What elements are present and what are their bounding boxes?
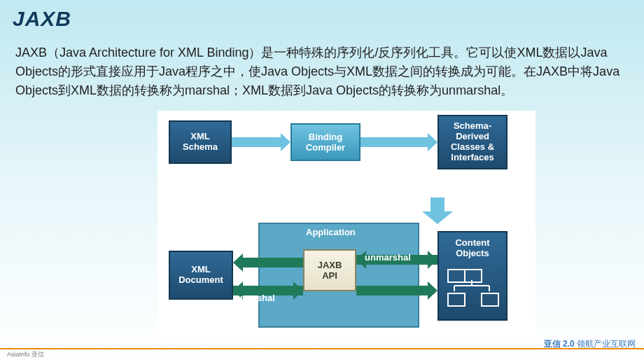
label-marshal-left: marshal xyxy=(240,293,275,303)
arrow-marshal-right xyxy=(356,281,438,300)
footer-logo: AsiaInfo 亚信 xyxy=(7,350,44,359)
footer-tagline: 领航产业互联网 xyxy=(577,339,636,349)
arrow-compiler-to-derived xyxy=(360,132,438,153)
svg-rect-0 xyxy=(232,137,281,147)
svg-rect-8 xyxy=(356,286,428,295)
box-binding-compiler: Binding Compiler xyxy=(290,123,360,161)
box-jaxb-api: JAXB API xyxy=(303,249,356,291)
footer: AsiaInfo 亚信 亚信 2.0 领航产业互联网 xyxy=(0,342,644,362)
label-unmarshal-right: unmarshal xyxy=(365,252,411,263)
arrow-derived-to-app xyxy=(416,169,458,225)
label-application: Application xyxy=(306,227,356,237)
footer-text: 亚信 2.0 领航产业互联网 xyxy=(544,338,636,350)
svg-rect-1 xyxy=(360,137,428,147)
footer-brand: 亚信 2.0 xyxy=(544,339,575,349)
arrow-schema-to-compiler xyxy=(232,132,290,153)
arrow-unmarshal-left xyxy=(233,253,303,272)
page-title: JAXB xyxy=(13,7,71,31)
content-tree-icon xyxy=(450,269,495,311)
box-xml-schema: XML Schema xyxy=(169,120,232,164)
box-schema-derived: Schema- Derived Classes & Interfaces xyxy=(438,115,507,169)
description-paragraph: JAXB（Java Architecture for XML Binding）是… xyxy=(15,43,629,100)
box-xml-document: XML Document xyxy=(169,251,233,300)
jaxb-diagram: XML Schema Binding Compiler Schema- Deri… xyxy=(158,111,536,342)
svg-rect-2 xyxy=(243,258,303,267)
